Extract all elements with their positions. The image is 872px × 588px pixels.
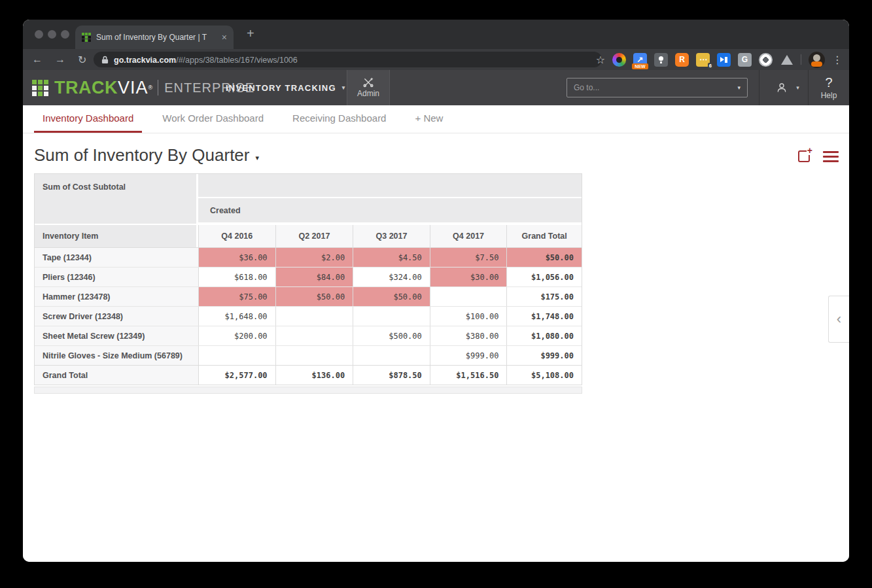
pivot-column-group-label: Created (198, 198, 582, 222)
value-cell (353, 307, 430, 326)
app-content: Inventory Dashboard Work Order Dashboard… (23, 105, 849, 562)
value-cell: $878.50 (353, 366, 430, 385)
value-cell: $4.50 (353, 248, 430, 267)
value-cell: $50.00 (506, 248, 582, 267)
extension-g-icon[interactable]: G (738, 53, 752, 67)
back-icon[interactable]: ← (32, 54, 43, 65)
user-menu[interactable]: ▾ (767, 70, 808, 105)
tab-work-order-dashboard[interactable]: Work Order Dashboard (154, 105, 272, 133)
table-row: Tape (12344) $36.00 $2.00 $4.50 $7.50 $5… (35, 247, 582, 267)
trackvia-header: TRACK VIA ® ENTERPRISE INVENTORY TRACKIN… (23, 70, 849, 105)
column-header: Grand Total (506, 225, 582, 247)
value-cell: $999.00 (506, 346, 582, 365)
brand-registered: ® (148, 81, 153, 94)
value-cell: $1,648.00 (198, 307, 275, 326)
address-bar[interactable]: go.trackvia.com/#/apps/38/tables/167/vie… (94, 52, 602, 67)
user-icon (776, 82, 788, 94)
goto-dropdown[interactable]: Go to... ▾ (567, 78, 748, 97)
view-title-dropdown[interactable]: Sum of Inventory By Quarter ▾ (34, 145, 259, 165)
bookmark-star-icon[interactable]: ☆ (596, 54, 605, 66)
reload-icon[interactable]: ↻ (78, 54, 86, 66)
value-cell (430, 287, 507, 306)
extension-chart-icon[interactable]: ↗NEW (633, 53, 647, 67)
brand-track: TRACK (54, 78, 118, 98)
value-cell (275, 326, 353, 345)
browser-window: Sum of Inventory By Quarter | T × + ← → … (23, 20, 849, 562)
value-cell (353, 346, 430, 365)
trackvia-logo[interactable]: TRACK VIA ® ENTERPRISE (32, 70, 254, 105)
trackvia-logo-icon (32, 80, 48, 96)
count-badge: 6 (708, 63, 712, 69)
tab-inventory-dashboard[interactable]: Inventory Dashboard (34, 105, 142, 133)
row-label: Hammer (123478) (35, 287, 198, 306)
value-cell (198, 346, 275, 365)
tab-receiving-dashboard[interactable]: Receiving Dashboard (284, 105, 394, 133)
value-cell: $1,748.00 (506, 307, 582, 326)
horizontal-scrollbar-track[interactable] (34, 387, 582, 394)
value-cell (275, 346, 353, 365)
app-name: INVENTORY TRACKING (226, 83, 336, 93)
toolbar-divider (801, 54, 801, 65)
chevron-down-icon: ▾ (255, 154, 259, 162)
zoom-window-button[interactable] (61, 30, 69, 39)
view-menu-icon[interactable] (823, 151, 839, 162)
row-label: Grand Total (35, 366, 198, 385)
browser-toolbar: ← → ↻ go.trackvia.com/#/apps/38/tables/1… (23, 49, 849, 70)
admin-button[interactable]: Admin (347, 70, 390, 105)
minimize-window-button[interactable] (48, 30, 56, 39)
table-row: Sheet Metal Screw (12349) $200.00 $500.0… (35, 326, 582, 345)
extension-record-icon[interactable] (759, 53, 773, 67)
new-tab-button[interactable]: + (247, 26, 254, 41)
extension-camera-icon[interactable] (612, 53, 626, 67)
column-header: Q4 2017 (430, 225, 507, 247)
goto-placeholder: Go to... (574, 83, 599, 92)
admin-label: Admin (357, 89, 379, 98)
brand-via: VIA (118, 78, 148, 98)
value-cell: $618.00 (198, 268, 275, 286)
row-label: Tape (12344) (35, 248, 198, 267)
app-switcher-menu[interactable]: INVENTORY TRACKING ▾ (226, 70, 345, 105)
extension-video-icon[interactable] (717, 53, 731, 67)
browser-titlebar: Sum of Inventory By Quarter | T × + (23, 20, 849, 49)
close-window-button[interactable] (35, 30, 43, 39)
value-cell: $175.00 (506, 287, 582, 306)
chevron-left-icon: ‹ (837, 311, 841, 328)
extension-lightbulb-icon[interactable] (654, 53, 668, 67)
pivot-row-dimension-label: Inventory Item (35, 225, 198, 247)
help-button[interactable]: ? Help (809, 70, 849, 105)
tools-icon (362, 77, 374, 88)
column-header: Q2 2017 (275, 225, 353, 247)
table-row: Nitrile Gloves - Size Medium (56789) $99… (35, 345, 582, 365)
table-row: Screw Driver (12348) $1,648.00 $100.00 $… (35, 306, 582, 326)
chevron-down-icon: ▾ (796, 84, 799, 91)
value-cell: $380.00 (430, 326, 507, 345)
extension-r-icon[interactable]: R (675, 53, 689, 67)
column-header: Q3 2017 (353, 225, 430, 247)
pivot-header-spacer (198, 174, 582, 198)
chevron-down-icon: ▾ (737, 84, 741, 91)
extension-drive-icon[interactable] (780, 53, 794, 67)
brand-divider (158, 80, 158, 95)
side-panel-toggle[interactable]: ‹ (828, 296, 849, 343)
value-cell: $200.00 (198, 326, 275, 345)
dashboard-tab-bar: Inventory Dashboard Work Order Dashboard… (23, 105, 849, 133)
table-row: Hammer (123478) $75.00 $50.00 $50.00 $17… (35, 286, 582, 306)
new-badge: NEW (632, 63, 648, 69)
tab-title: Sum of Inventory By Quarter | T (96, 33, 217, 42)
value-cell: $84.00 (275, 268, 353, 286)
profile-avatar[interactable] (809, 52, 825, 68)
tab-close-icon[interactable]: × (222, 33, 227, 42)
value-cell: $30.00 (430, 268, 507, 286)
extension-notes-icon[interactable]: ⋯6 (696, 53, 710, 67)
help-icon: ? (825, 75, 832, 90)
forward-icon[interactable]: → (55, 54, 65, 65)
value-cell: $1,056.00 (506, 268, 582, 286)
value-cell (275, 307, 353, 326)
help-label: Help (821, 91, 837, 100)
row-label: Nitrile Gloves - Size Medium (56789) (35, 346, 198, 365)
tab-new[interactable]: + New (406, 105, 451, 133)
value-cell: $50.00 (353, 287, 430, 306)
browser-tab[interactable]: Sum of Inventory By Quarter | T × (75, 26, 234, 49)
browser-menu-icon[interactable]: ⋮ (832, 54, 843, 66)
add-record-icon[interactable]: + (798, 150, 810, 162)
